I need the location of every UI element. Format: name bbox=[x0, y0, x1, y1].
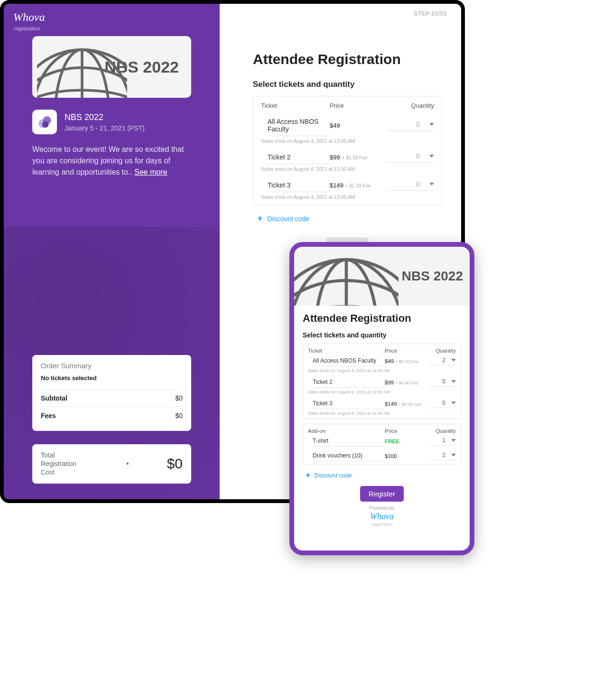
addon-price: FREE bbox=[385, 439, 427, 444]
total-card: Total Registration Cost $0 bbox=[32, 444, 191, 484]
step-indicator: STEP 01/03 bbox=[414, 10, 447, 17]
subtotal-value: $0 bbox=[175, 394, 183, 402]
event-banner: NBS 2022 bbox=[32, 36, 191, 98]
fees-label: Fees bbox=[41, 412, 56, 420]
discount-code-link[interactable]: + Discount code bbox=[258, 214, 442, 224]
order-summary-title: Order Summary bbox=[41, 362, 183, 370]
welcome-text: Wecome to our event! We are so excited t… bbox=[32, 144, 191, 178]
event-app-icon bbox=[32, 110, 57, 134]
ticket-name: All Access NBOS Faculty bbox=[313, 355, 385, 366]
ticket-row: Ticket 2 $99+ $1.39 Fee 0 bbox=[253, 149, 442, 164]
sales-end-note: Sales ends on August 4, 2021 at 12:00 AM bbox=[253, 192, 442, 205]
register-button[interactable]: Register bbox=[360, 486, 404, 502]
quantity-select[interactable]: 0 bbox=[427, 378, 456, 387]
brand-logo: Whova bbox=[4, 11, 220, 28]
ticket-price: $149+ $1.39 Fee bbox=[330, 182, 387, 189]
col-ticket: Ticket bbox=[261, 102, 330, 109]
col-price: Price bbox=[330, 102, 387, 109]
ticket-name: Ticket 2 bbox=[268, 150, 330, 164]
ticket-name: Ticket 3 bbox=[313, 398, 385, 409]
see-more-link[interactable]: See more bbox=[134, 168, 167, 176]
mcol-price: Price bbox=[385, 348, 427, 354]
globe-icon bbox=[37, 36, 127, 98]
sales-end-note: Sales ends on: August 4, 2021 at 12:00 A… bbox=[303, 389, 461, 397]
addon-name: Drink vouchers (10) bbox=[313, 450, 385, 461]
addon-row: T-shirt FREE 1 bbox=[303, 435, 461, 449]
ticket-name: All Access NBOS Faculty bbox=[268, 115, 330, 136]
tickets-table: Ticket Price Quantity All Access NBOS Fa… bbox=[253, 96, 442, 205]
ticket-name: Ticket 3 bbox=[268, 178, 330, 192]
quantity-select[interactable]: 2 bbox=[427, 452, 456, 460]
chevron-down-icon bbox=[429, 155, 434, 158]
whova-logo: Whova bbox=[303, 512, 461, 522]
subtotal-label: Subtotal bbox=[41, 394, 67, 402]
mcol-ticket: Ticket bbox=[308, 348, 385, 354]
order-summary-msg: No tickets selected bbox=[41, 374, 183, 382]
globe-icon bbox=[294, 247, 398, 306]
chevron-down-icon bbox=[429, 183, 434, 186]
mobile-banner: NBS 2022 bbox=[294, 247, 470, 306]
chevron-down-icon bbox=[451, 359, 456, 362]
dot-icon bbox=[127, 463, 129, 465]
section-title: Select tickets and quantity bbox=[253, 80, 442, 89]
brand-sub: registration bbox=[4, 26, 220, 31]
sidebar: Whova registration NBS 2022 NBS 2022 Jan… bbox=[4, 4, 220, 499]
ticket-price: $99+ $0.00 Fee bbox=[385, 380, 427, 385]
mcol-qty2: Quantity bbox=[427, 428, 456, 434]
quantity-select[interactable]: 0 bbox=[387, 180, 434, 191]
total-amount: $0 bbox=[167, 456, 183, 472]
ticket-name: Ticket 2 bbox=[313, 377, 385, 388]
ticket-row: Ticket 3 $149+ $1.39 Fee 0 bbox=[253, 177, 442, 192]
sales-end-note: Sales ends on: August 4, 2021 at 12:00 A… bbox=[303, 410, 461, 419]
mobile-banner-title: NBS 2022 bbox=[402, 269, 463, 284]
svg-point-8 bbox=[42, 121, 49, 128]
ticket-row: All Access NBOS Faculty $49+ $0.00 Fee 2 bbox=[303, 355, 461, 367]
chevron-down-icon bbox=[429, 123, 434, 126]
chevron-down-icon bbox=[451, 401, 456, 404]
event-date: January 5 - 21, 2021 (PST) bbox=[65, 124, 145, 132]
ticket-row: Ticket 2 $99+ $0.00 Fee 0 bbox=[303, 376, 461, 389]
addon-name: T-shirt bbox=[313, 436, 385, 447]
addon-row: Drink vouchers (10) $100 2 bbox=[303, 449, 461, 464]
ticket-price: $149+ $0.00 Fee bbox=[385, 401, 427, 407]
ticket-price: $49+ $0.00 Fee bbox=[385, 358, 427, 364]
mobile-addons-table: Add-on Price Quantity T-shirt FREE 1 Dri… bbox=[303, 424, 461, 465]
mobile-window: NBS 2022 Attendee Registration Select ti… bbox=[289, 242, 474, 555]
addon-price: $100 bbox=[385, 453, 427, 459]
quantity-select[interactable]: 0 bbox=[387, 152, 434, 163]
page-title: Attendee Registration bbox=[253, 51, 442, 67]
mobile-tickets-table: Ticket Price Quantity All Access NBOS Fa… bbox=[303, 344, 461, 419]
ticket-row: Ticket 3 $149+ $0.00 Fee 0 bbox=[303, 397, 461, 410]
quantity-select[interactable]: 0 bbox=[387, 121, 434, 131]
chevron-down-icon bbox=[451, 439, 456, 442]
mobile-discount-code-link[interactable]: + Discount code bbox=[306, 470, 461, 480]
quantity-select[interactable]: 0 bbox=[427, 400, 456, 408]
event-info: NBS 2022 January 5 - 21, 2021 (PST) bbox=[32, 110, 191, 134]
ticket-price: $49 bbox=[330, 122, 387, 129]
sales-end-note: Sales ends on August 4, 2021 at 12:00 AM bbox=[253, 164, 442, 177]
quantity-select[interactable]: 2 bbox=[427, 357, 456, 365]
chevron-down-icon bbox=[451, 454, 456, 457]
mobile-section-title: Select tickets and quantity bbox=[303, 331, 461, 339]
ticket-row: All Access NBOS Faculty $49 0 bbox=[253, 113, 442, 136]
sales-end-note: Sales ends on: August 4, 2021 at 12:00 A… bbox=[303, 367, 461, 376]
mcol-addon: Add-on bbox=[308, 428, 385, 434]
plus-icon: + bbox=[306, 470, 311, 480]
order-summary-card: Order Summary No tickets selected Subtot… bbox=[32, 355, 191, 431]
powered-by: Powered by Whova registration bbox=[303, 505, 461, 527]
quantity-select[interactable]: 1 bbox=[427, 437, 456, 446]
total-label: Total Registration Cost bbox=[41, 451, 88, 477]
mcol-qty: Quantity bbox=[427, 348, 456, 354]
chevron-down-icon bbox=[451, 380, 456, 383]
fees-value: $0 bbox=[175, 412, 183, 420]
mcol-price2: Price bbox=[385, 428, 427, 434]
mobile-page-title: Attendee Registration bbox=[303, 312, 461, 325]
sales-end-note: Sales ends on August 4, 2021 at 12:00 AM bbox=[253, 136, 442, 149]
plus-icon: + bbox=[258, 214, 263, 224]
ticket-price: $99+ $1.39 Fee bbox=[330, 154, 387, 161]
event-name: NBS 2022 bbox=[65, 112, 145, 122]
col-qty: Quantity bbox=[387, 102, 434, 109]
